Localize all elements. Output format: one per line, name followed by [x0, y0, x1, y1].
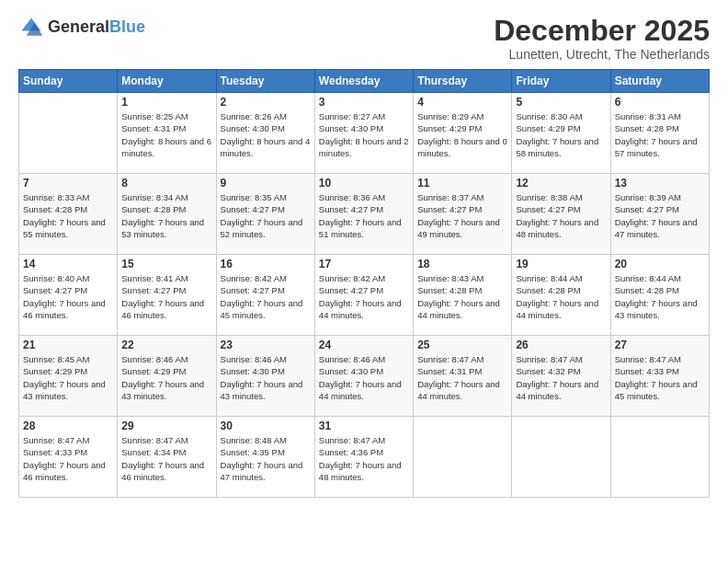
calendar-cell: 16Sunrise: 8:42 AMSunset: 4:27 PMDayligh…	[216, 255, 314, 336]
calendar-week-row: 28Sunrise: 8:47 AMSunset: 4:33 PMDayligh…	[19, 417, 710, 498]
day-detail: Sunrise: 8:43 AMSunset: 4:28 PMDaylight:…	[417, 272, 507, 321]
day-number: 31	[319, 419, 409, 432]
calendar-cell: 25Sunrise: 8:47 AMSunset: 4:31 PMDayligh…	[414, 336, 512, 417]
day-detail: Sunrise: 8:40 AMSunset: 4:27 PMDaylight:…	[23, 272, 113, 321]
day-number: 18	[417, 258, 507, 270]
day-detail: Sunrise: 8:42 AMSunset: 4:27 PMDaylight:…	[221, 272, 311, 321]
day-detail: Sunrise: 8:44 AMSunset: 4:28 PMDaylight:…	[516, 272, 606, 321]
location: Lunetten, Utrecht, The Netherlands	[494, 47, 710, 62]
calendar-cell: 11Sunrise: 8:37 AMSunset: 4:27 PMDayligh…	[414, 174, 512, 255]
calendar-cell: 21Sunrise: 8:45 AMSunset: 4:29 PMDayligh…	[19, 336, 118, 417]
day-detail: Sunrise: 8:45 AMSunset: 4:29 PMDaylight:…	[23, 353, 113, 402]
header: GeneralBlue December 2025 Lunetten, Utre…	[18, 15, 710, 62]
day-detail: Sunrise: 8:47 AMSunset: 4:33 PMDaylight:…	[23, 434, 113, 483]
day-number: 14	[23, 258, 113, 270]
calendar-cell: 15Sunrise: 8:41 AMSunset: 4:27 PMDayligh…	[118, 255, 216, 336]
day-header: Wednesday	[314, 70, 413, 93]
day-detail: Sunrise: 8:38 AMSunset: 4:27 PMDaylight:…	[516, 191, 606, 240]
calendar-week-row: 21Sunrise: 8:45 AMSunset: 4:29 PMDayligh…	[19, 336, 710, 417]
calendar-cell: 8Sunrise: 8:34 AMSunset: 4:28 PMDaylight…	[118, 174, 216, 255]
calendar-cell: 20Sunrise: 8:44 AMSunset: 4:28 PMDayligh…	[610, 255, 709, 336]
day-detail: Sunrise: 8:47 AMSunset: 4:36 PMDaylight:…	[319, 434, 409, 483]
day-number: 15	[121, 258, 211, 270]
day-detail: Sunrise: 8:29 AMSunset: 4:29 PMDaylight:…	[417, 110, 507, 159]
day-number: 5	[516, 96, 606, 109]
day-number: 30	[221, 419, 311, 432]
calendar-cell: 23Sunrise: 8:46 AMSunset: 4:30 PMDayligh…	[216, 336, 314, 417]
calendar-cell	[414, 417, 512, 498]
logo-general: GeneralBlue	[48, 18, 145, 37]
day-detail: Sunrise: 8:31 AMSunset: 4:28 PMDaylight:…	[615, 110, 705, 159]
day-detail: Sunrise: 8:34 AMSunset: 4:28 PMDaylight:…	[121, 191, 211, 240]
day-detail: Sunrise: 8:39 AMSunset: 4:27 PMDaylight:…	[615, 191, 705, 240]
title-block: December 2025 Lunetten, Utrecht, The Net…	[494, 15, 710, 62]
day-detail: Sunrise: 8:47 AMSunset: 4:32 PMDaylight:…	[516, 353, 606, 402]
calendar-cell: 22Sunrise: 8:46 AMSunset: 4:29 PMDayligh…	[118, 336, 216, 417]
calendar-cell: 30Sunrise: 8:48 AMSunset: 4:35 PMDayligh…	[216, 417, 314, 498]
calendar-cell: 3Sunrise: 8:27 AMSunset: 4:30 PMDaylight…	[314, 93, 413, 174]
calendar-cell: 28Sunrise: 8:47 AMSunset: 4:33 PMDayligh…	[19, 417, 118, 498]
calendar-cell: 13Sunrise: 8:39 AMSunset: 4:27 PMDayligh…	[610, 174, 709, 255]
day-header: Sunday	[19, 70, 118, 93]
calendar-cell: 18Sunrise: 8:43 AMSunset: 4:28 PMDayligh…	[414, 255, 512, 336]
day-detail: Sunrise: 8:36 AMSunset: 4:27 PMDaylight:…	[319, 191, 409, 240]
day-number: 16	[221, 258, 311, 270]
day-detail: Sunrise: 8:25 AMSunset: 4:31 PMDaylight:…	[121, 110, 211, 159]
calendar-cell	[610, 417, 709, 498]
day-number: 26	[516, 339, 606, 351]
day-detail: Sunrise: 8:46 AMSunset: 4:30 PMDaylight:…	[319, 353, 409, 402]
day-header: Saturday	[610, 70, 709, 93]
calendar-header-row: SundayMondayTuesdayWednesdayThursdayFrid…	[19, 70, 710, 93]
day-number: 25	[417, 339, 507, 351]
day-number: 27	[615, 339, 705, 351]
day-number: 8	[121, 177, 211, 190]
calendar-cell	[512, 417, 610, 498]
calendar-cell: 26Sunrise: 8:47 AMSunset: 4:32 PMDayligh…	[512, 336, 610, 417]
day-number: 22	[121, 339, 211, 351]
day-detail: Sunrise: 8:35 AMSunset: 4:27 PMDaylight:…	[221, 191, 311, 240]
day-number: 29	[121, 419, 211, 432]
calendar-cell: 7Sunrise: 8:33 AMSunset: 4:28 PMDaylight…	[19, 174, 118, 255]
calendar-week-row: 14Sunrise: 8:40 AMSunset: 4:27 PMDayligh…	[19, 255, 710, 336]
calendar-cell: 5Sunrise: 8:30 AMSunset: 4:29 PMDaylight…	[512, 93, 610, 174]
calendar-cell: 1Sunrise: 8:25 AMSunset: 4:31 PMDaylight…	[118, 93, 216, 174]
day-number: 23	[221, 339, 311, 351]
logo: GeneralBlue	[18, 15, 145, 40]
calendar-week-row: 7Sunrise: 8:33 AMSunset: 4:28 PMDaylight…	[19, 174, 710, 255]
page-container: GeneralBlue December 2025 Lunetten, Utre…	[0, 0, 728, 563]
day-detail: Sunrise: 8:37 AMSunset: 4:27 PMDaylight:…	[417, 191, 507, 240]
day-number: 2	[221, 96, 311, 109]
day-number: 17	[319, 258, 409, 270]
day-detail: Sunrise: 8:33 AMSunset: 4:28 PMDaylight:…	[23, 191, 113, 240]
calendar-cell: 12Sunrise: 8:38 AMSunset: 4:27 PMDayligh…	[512, 174, 610, 255]
day-detail: Sunrise: 8:26 AMSunset: 4:30 PMDaylight:…	[221, 110, 311, 159]
day-detail: Sunrise: 8:46 AMSunset: 4:29 PMDaylight:…	[121, 353, 211, 402]
calendar-cell: 19Sunrise: 8:44 AMSunset: 4:28 PMDayligh…	[512, 255, 610, 336]
logo-icon	[18, 15, 44, 40]
day-number: 20	[615, 258, 705, 270]
calendar-week-row: 1Sunrise: 8:25 AMSunset: 4:31 PMDaylight…	[19, 93, 710, 174]
calendar-cell: 9Sunrise: 8:35 AMSunset: 4:27 PMDaylight…	[216, 174, 314, 255]
calendar-cell: 29Sunrise: 8:47 AMSunset: 4:34 PMDayligh…	[118, 417, 216, 498]
day-number: 28	[23, 419, 113, 432]
day-detail: Sunrise: 8:48 AMSunset: 4:35 PMDaylight:…	[221, 434, 311, 483]
day-detail: Sunrise: 8:46 AMSunset: 4:30 PMDaylight:…	[221, 353, 311, 402]
day-detail: Sunrise: 8:47 AMSunset: 4:31 PMDaylight:…	[417, 353, 507, 402]
day-detail: Sunrise: 8:47 AMSunset: 4:34 PMDaylight:…	[121, 434, 211, 483]
calendar-cell: 6Sunrise: 8:31 AMSunset: 4:28 PMDaylight…	[610, 93, 709, 174]
day-number: 24	[319, 339, 409, 351]
calendar-cell: 2Sunrise: 8:26 AMSunset: 4:30 PMDaylight…	[216, 93, 314, 174]
day-number: 4	[417, 96, 507, 109]
day-number: 3	[319, 96, 409, 109]
day-detail: Sunrise: 8:27 AMSunset: 4:30 PMDaylight:…	[319, 110, 409, 159]
day-detail: Sunrise: 8:44 AMSunset: 4:28 PMDaylight:…	[615, 272, 705, 321]
day-number: 1	[121, 96, 211, 109]
calendar-cell: 17Sunrise: 8:42 AMSunset: 4:27 PMDayligh…	[314, 255, 413, 336]
calendar-cell: 24Sunrise: 8:46 AMSunset: 4:30 PMDayligh…	[314, 336, 413, 417]
day-detail: Sunrise: 8:42 AMSunset: 4:27 PMDaylight:…	[319, 272, 409, 321]
day-number: 19	[516, 258, 606, 270]
day-header: Monday	[118, 70, 216, 93]
day-detail: Sunrise: 8:47 AMSunset: 4:33 PMDaylight:…	[615, 353, 705, 402]
calendar-cell: 31Sunrise: 8:47 AMSunset: 4:36 PMDayligh…	[314, 417, 413, 498]
day-number: 9	[221, 177, 311, 190]
